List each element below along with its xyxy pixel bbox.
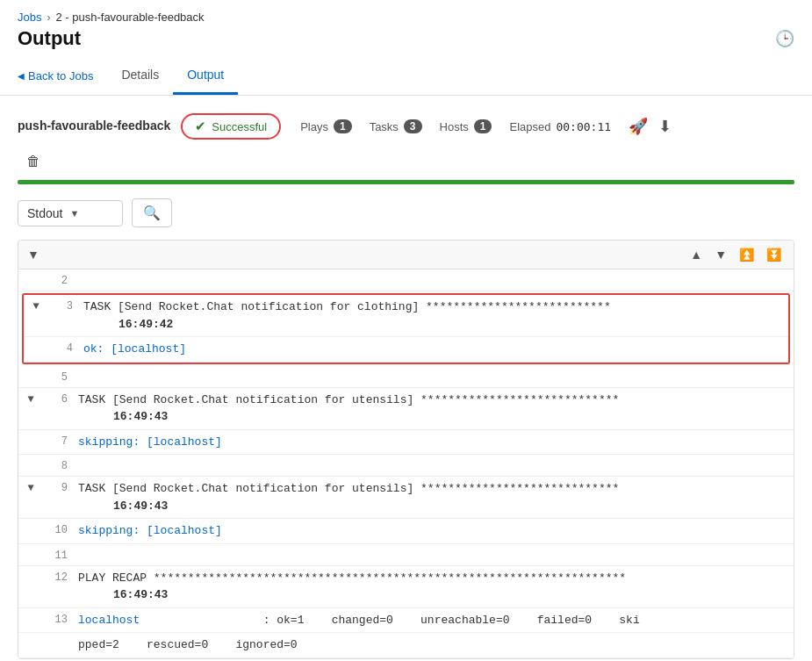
job-header: push-favourable-feedback ✔ Successful Pl… [18, 113, 794, 140]
line-toggle [18, 269, 43, 278]
line-content [75, 366, 794, 373]
breadcrumb-separator: › [47, 11, 50, 24]
plays-value: 1 [334, 119, 352, 133]
search-button[interactable]: 🔍 [132, 198, 172, 227]
line-toggle [18, 430, 43, 439]
tasks-value: 3 [404, 119, 422, 133]
timestamp: 16:49:43 [113, 408, 787, 426]
line-toggle[interactable]: ▼ [18, 477, 43, 498]
elapsed-value: 00:00:11 [556, 120, 611, 133]
delete-icon[interactable]: 🗑 [26, 154, 40, 169]
plays-label: Plays [300, 120, 328, 133]
nav-up-icon[interactable]: ▲ [686, 246, 706, 263]
line-number: 9 [43, 477, 75, 498]
highlighted-block: ▼ 3 TASK [Send Rocket.Chat notification … [22, 293, 790, 364]
timestamp: 16:49:42 [119, 316, 781, 334]
stdout-row: Stdout ▼ 🔍 [18, 198, 794, 227]
status-text: Successful [212, 120, 267, 133]
check-icon: ✔ [195, 119, 206, 134]
status-badge: ✔ Successful [181, 113, 281, 140]
content-area: push-favourable-feedback ✔ Successful Pl… [0, 96, 812, 661]
breadcrumb-jobs-link[interactable]: Jobs [18, 11, 41, 24]
table-row: 2 [18, 269, 794, 291]
nav-bottom-icon[interactable]: ⏬ [763, 246, 785, 263]
line-content: TASK [Send Rocket.Chat notification for … [75, 388, 794, 429]
table-row: 11 [18, 544, 794, 566]
rocket-icon[interactable]: 🚀 [629, 117, 648, 136]
download-icon[interactable]: ⬇ [658, 117, 672, 136]
output-table-header: ▼ ▲ ▼ ⏫ ⏬ [18, 241, 794, 269]
page-header: Jobs › 2 - push-favourable-feedback Outp… [0, 0, 812, 57]
line-number: 3 [48, 295, 80, 316]
plays-stat: Plays 1 [300, 119, 351, 133]
line-number: 2 [43, 269, 75, 291]
breadcrumb-current: 2 - push-favourable-feedback [55, 11, 204, 24]
line-content: skipping: [localhost] [75, 519, 794, 543]
line-number: 5 [43, 366, 75, 387]
elapsed-label: Elapsed [509, 120, 550, 133]
line-toggle [18, 455, 43, 463]
line-toggle [18, 633, 43, 642]
nav-icons: ▲ ▼ ⏫ ⏬ [686, 246, 785, 263]
stats-group: Plays 1 Tasks 3 Hosts 1 Elapsed 00:00:11… [300, 117, 672, 136]
line-toggle[interactable]: ▼ [18, 388, 43, 409]
action-icons: 🚀 ⬇ [629, 117, 672, 136]
line-toggle [18, 544, 43, 553]
stdout-label: Stdout [27, 206, 62, 220]
line-content [75, 544, 794, 551]
details-tab[interactable]: Details [107, 57, 173, 95]
line-toggle [18, 366, 43, 375]
line-content: ok: [localhost] [80, 337, 788, 362]
tabs-bar: Back to Jobs Details Output [0, 57, 812, 96]
table-row: pped=2 rescued=0 ignored=0 [18, 633, 794, 658]
table-row: 7 skipping: [localhost] [18, 430, 794, 456]
line-number: 4 [48, 337, 80, 358]
timestamp: 16:49:43 [113, 586, 787, 604]
hosts-stat: Hosts 1 [440, 119, 492, 133]
line-number: 13 [43, 608, 75, 629]
line-content: TASK [Send Rocket.Chat notification for … [75, 477, 794, 518]
line-content: pped=2 rescued=0 ignored=0 [75, 633, 794, 657]
page-wrapper: Jobs › 2 - push-favourable-feedback Outp… [0, 0, 812, 661]
line-number: 6 [43, 388, 75, 409]
output-tab[interactable]: Output [173, 57, 238, 95]
line-content [75, 455, 794, 462]
table-row: 13 localhost : ok=1 changed=0 unreachabl… [18, 608, 794, 634]
line-number: 7 [43, 430, 75, 451]
history-icon[interactable]: 🕒 [775, 29, 794, 48]
table-row: 12 PLAY RECAP **************************… [18, 566, 794, 608]
dropdown-arrow-icon: ▼ [69, 208, 79, 219]
page-title: Output [18, 27, 81, 50]
stdout-dropdown[interactable]: Stdout ▼ [18, 200, 123, 226]
elapsed-stat: Elapsed 00:00:11 [509, 120, 611, 133]
nav-top-icon[interactable]: ⏫ [736, 246, 758, 263]
line-toggle [18, 608, 43, 617]
line-content: PLAY RECAP *****************************… [75, 566, 794, 607]
line-number: 8 [43, 455, 75, 476]
nav-down-icon[interactable]: ▼ [711, 246, 730, 263]
line-toggle [24, 337, 48, 346]
hosts-value: 1 [474, 119, 492, 133]
line-toggle [18, 519, 43, 528]
line-content: TASK [Send Rocket.Chat notification for … [80, 295, 788, 336]
job-name: push-favourable-feedback [18, 118, 170, 135]
line-content [75, 269, 794, 277]
output-table: ▼ ▲ ▼ ⏫ ⏬ 2 [18, 240, 794, 659]
table-row: ▼ 6 TASK [Send Rocket.Chat notification … [18, 388, 794, 430]
line-content: localhost : ok=1 changed=0 unreachable=0… [75, 608, 794, 633]
line-number: 11 [43, 544, 75, 565]
hosts-label: Hosts [440, 120, 469, 133]
table-row: 4 ok: [localhost] [24, 337, 788, 363]
output-body: 2 ▼ 3 TASK [Send Rocket.Chat notificatio… [18, 269, 794, 658]
sort-down-icon[interactable]: ▼ [27, 248, 40, 262]
timestamp: 16:49:43 [113, 498, 787, 515]
back-to-jobs-tab[interactable]: Back to Jobs [18, 59, 107, 93]
table-row: 10 skipping: [localhost] [18, 519, 794, 544]
line-toggle[interactable]: ▼ [24, 295, 48, 316]
table-row: ▼ 9 TASK [Send Rocket.Chat notification … [18, 477, 794, 519]
line-number: 12 [43, 566, 75, 587]
table-row: ▼ 3 TASK [Send Rocket.Chat notification … [24, 295, 788, 337]
tasks-stat: Tasks 3 [370, 119, 422, 133]
table-row: 5 [18, 366, 794, 388]
line-number [43, 633, 75, 642]
